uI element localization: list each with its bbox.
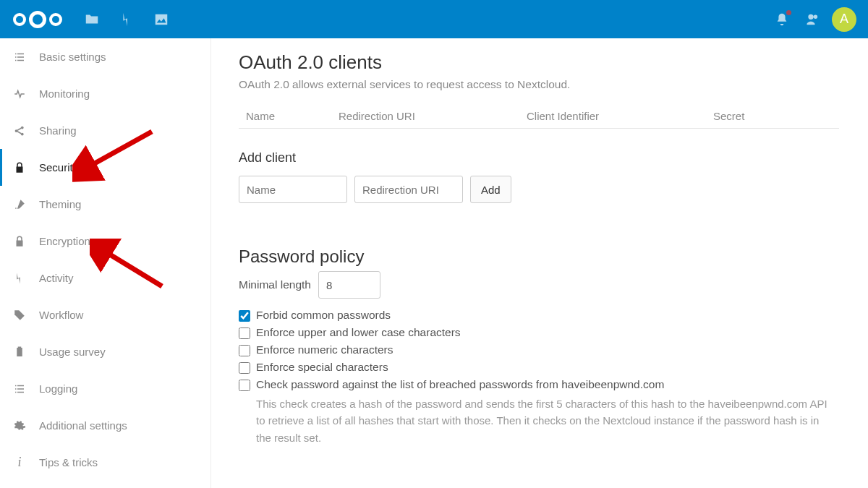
sidebar-item-additional-settings[interactable]: Additional settings: [0, 407, 210, 444]
sidebar-item-label: Workflow: [39, 309, 83, 321]
logo[interactable]: [6, 11, 69, 28]
tag-icon: [13, 309, 26, 322]
oauth-title: OAuth 2.0 clients: [239, 51, 839, 74]
sidebar-item-basic-settings[interactable]: Basic settings: [0, 38, 210, 75]
info-icon: i: [13, 456, 26, 469]
add-client-heading: Add client: [239, 150, 839, 166]
avatar[interactable]: A: [832, 7, 856, 32]
client-redir-input[interactable]: [354, 176, 463, 203]
share-icon: [13, 124, 26, 137]
top-nav-left: [84, 12, 169, 27]
avatar-letter: A: [840, 12, 848, 27]
notifications-icon[interactable]: [774, 12, 790, 27]
sidebar-item-label: Tips & tricks: [39, 456, 98, 468]
sidebar-item-activity[interactable]: Activity: [0, 260, 210, 296]
sidebar-item-label: Additional settings: [39, 419, 127, 432]
oauth-subtitle: OAuth 2.0 allows external services to re…: [239, 78, 839, 91]
contacts-icon[interactable]: [803, 12, 819, 27]
th-redir: Redirection URI: [339, 110, 527, 122]
enforce-case-label: Enforce upper and lower case characters: [256, 326, 461, 339]
add-client-button[interactable]: Add: [470, 176, 511, 203]
forbid-common-label: Forbid common passwords: [256, 309, 391, 322]
check-pwned-label: Check password against the list of breac…: [256, 378, 664, 391]
top-nav-right: A: [774, 7, 856, 32]
enforce-numeric-label: Enforce numeric characters: [256, 343, 393, 356]
sidebar-item-label: Activity: [39, 272, 74, 284]
th-secret: Secret: [713, 110, 832, 122]
gear-icon: [13, 419, 26, 432]
clipboard-icon: [13, 346, 26, 359]
sidebar-item-logging[interactable]: Logging: [0, 370, 210, 407]
th-name: Name: [246, 110, 339, 122]
enforce-case-checkbox[interactable]: [239, 328, 250, 339]
enforce-numeric-checkbox[interactable]: [239, 345, 250, 356]
list-icon: [13, 382, 26, 395]
sidebar-item-label: Logging: [39, 382, 77, 395]
pulse-icon: [13, 87, 26, 100]
sidebar-item-label: Usage survey: [39, 346, 106, 358]
minlen-input[interactable]: [318, 271, 380, 299]
main-content: OAuth 2.0 clients OAuth 2.0 allows exter…: [211, 38, 868, 488]
enforce-special-checkbox[interactable]: [239, 362, 250, 374]
lock-icon: [13, 235, 26, 248]
activity-icon[interactable]: [119, 12, 135, 27]
sidebar-item-usage-survey[interactable]: Usage survey: [0, 333, 210, 370]
sidebar-item-label: Theming: [39, 198, 81, 210]
sidebar-item-sharing[interactable]: Sharing: [0, 112, 210, 149]
sidebar-item-theming[interactable]: Theming: [0, 186, 210, 223]
sidebar-item-label: Security: [39, 161, 78, 174]
enforce-special-label: Enforce special characters: [256, 361, 388, 374]
sidebar-item-label: Monitoring: [39, 87, 90, 100]
topbar: A: [0, 0, 868, 38]
sidebar-item-tips[interactable]: i Tips & tricks: [0, 444, 210, 481]
check-pwned-checkbox[interactable]: [239, 380, 250, 391]
sidebar-item-security[interactable]: Security: [0, 149, 210, 186]
sidebar-item-label: Sharing: [39, 124, 77, 137]
sidebar: Basic settings Monitoring Sharing Securi…: [0, 38, 211, 488]
sidebar-item-monitoring[interactable]: Monitoring: [0, 75, 210, 112]
brush-icon: [13, 198, 26, 211]
list-icon: [13, 51, 26, 64]
client-name-input[interactable]: [239, 176, 347, 203]
oauth-table-header: Name Redirection URI Client Identifier S…: [239, 104, 839, 129]
check-pwned-help: This check creates a hash of the passwor…: [239, 395, 839, 446]
sidebar-item-workflow[interactable]: Workflow: [0, 296, 210, 333]
sidebar-item-encryption[interactable]: Encryption: [0, 223, 210, 260]
sidebar-item-label: Basic settings: [39, 51, 106, 63]
gallery-icon[interactable]: [153, 12, 169, 27]
minlen-label: Minimal length: [239, 278, 311, 291]
lock-icon: [13, 161, 26, 174]
th-client: Client Identifier: [527, 110, 713, 122]
bolt-icon: [13, 272, 26, 285]
forbid-common-checkbox[interactable]: [239, 310, 250, 322]
sidebar-item-label: Encryption: [39, 235, 90, 247]
password-policy-title: Password policy: [239, 247, 839, 267]
files-icon[interactable]: [84, 12, 100, 27]
